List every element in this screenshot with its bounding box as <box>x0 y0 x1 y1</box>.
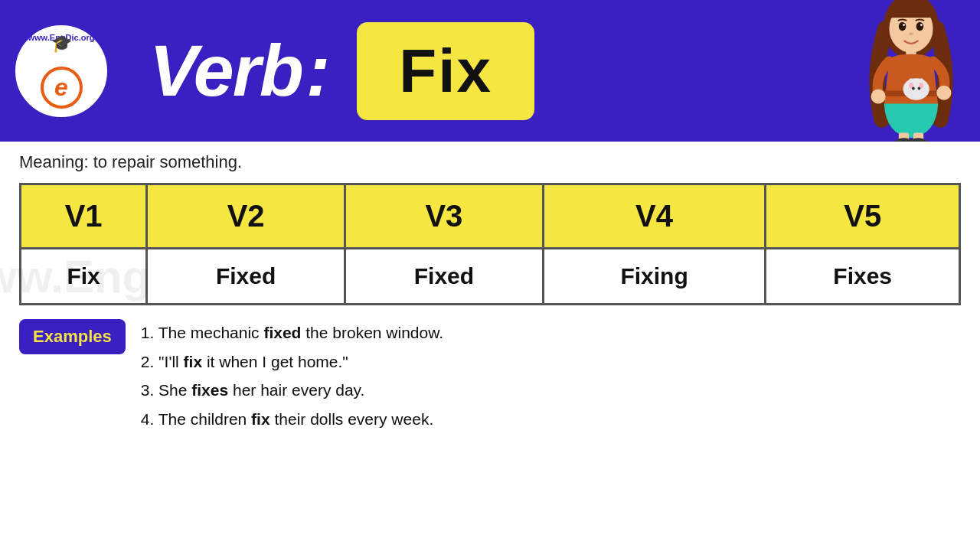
logo-e-letter: e <box>54 73 68 102</box>
col-v3: V3 <box>345 184 544 249</box>
svg-point-6 <box>909 32 913 35</box>
meaning-text: to repair something. <box>93 152 242 171</box>
svg-point-20 <box>895 138 913 142</box>
col-v1: V1 <box>21 184 147 249</box>
verb-title-group: Verb : Fix <box>126 22 965 120</box>
logo: www.EngDic.org 🎓 e <box>15 25 107 117</box>
colon-separator: : <box>306 29 331 112</box>
cell-v1: www.EngDic Fix <box>21 249 147 305</box>
svg-point-9 <box>871 89 886 103</box>
svg-point-10 <box>936 86 951 100</box>
meaning-label: Meaning: <box>19 152 89 171</box>
verb-label: Verb <box>149 29 302 112</box>
cell-v2: Fixed <box>147 249 345 305</box>
example-2-post: it when I get home." <box>202 353 348 370</box>
example-4: 4. The children fix their dolls every we… <box>141 406 443 433</box>
svg-point-4 <box>903 24 905 26</box>
cell-v4: Fixing <box>543 249 766 305</box>
col-v4: V4 <box>543 184 766 249</box>
example-1-num: 1. <box>141 324 158 341</box>
example-2-num: 2. <box>141 353 158 370</box>
example-4-bold: fix <box>251 410 270 428</box>
example-3-post: her hair every day. <box>228 381 364 399</box>
example-2-pre: "I'll <box>158 353 183 370</box>
example-1-pre: The mechanic <box>158 324 264 341</box>
svg-point-21 <box>910 138 927 142</box>
main-word: Fix <box>399 37 492 105</box>
examples-badge: Examples <box>19 319 126 354</box>
svg-point-17 <box>918 87 921 90</box>
examples-section: Examples 1. The mechanic fixed the broke… <box>0 305 980 448</box>
svg-point-16 <box>912 87 915 90</box>
col-v5: V5 <box>766 184 960 249</box>
fix-highlight-box: Fix <box>357 22 534 120</box>
example-1: 1. The mechanic fixed the broken window. <box>141 319 443 347</box>
example-4-post: their dolls every week. <box>270 410 434 428</box>
example-3-pre: She <box>158 381 191 399</box>
meaning-section: Meaning: to repair something. <box>0 142 980 183</box>
example-4-num: 4. <box>141 410 158 428</box>
example-4-pre: The children <box>158 410 251 428</box>
header-section: www.EngDic.org 🎓 e Verb : Fix <box>0 0 980 142</box>
svg-point-5 <box>920 24 923 26</box>
table-data-row: www.EngDic Fix Fixed Fixed Fixing Fixes <box>21 249 960 305</box>
girl-svg <box>854 0 969 142</box>
cell-v3: Fixed <box>345 249 544 305</box>
example-1-post: the broken window. <box>301 324 443 341</box>
svg-point-2 <box>899 22 906 31</box>
example-3: 3. She fixes her hair every day. <box>141 377 443 404</box>
svg-point-3 <box>916 22 924 31</box>
table-header-row: V1 V2 V3 V4 V5 <box>21 184 960 249</box>
girl-illustration <box>850 0 972 142</box>
example-2-bold: fix <box>184 353 203 370</box>
example-3-num: 3. <box>141 381 158 399</box>
col-v2: V2 <box>147 184 345 249</box>
example-1-bold: fixed <box>263 324 301 341</box>
examples-list: 1. The mechanic fixed the broken window.… <box>141 319 443 435</box>
svg-point-11 <box>903 78 929 100</box>
cell-v5: Fixes <box>766 249 960 305</box>
example-2: 2. "I'll fix it when I get home." <box>141 348 443 376</box>
logo-e-circle: e <box>41 67 83 109</box>
graduation-cap-icon: 🎓 <box>51 34 72 54</box>
example-3-bold: fixes <box>191 381 228 399</box>
verb-forms-table: V1 V2 V3 V4 V5 www.EngDic Fix Fixed Fixe… <box>19 183 961 305</box>
